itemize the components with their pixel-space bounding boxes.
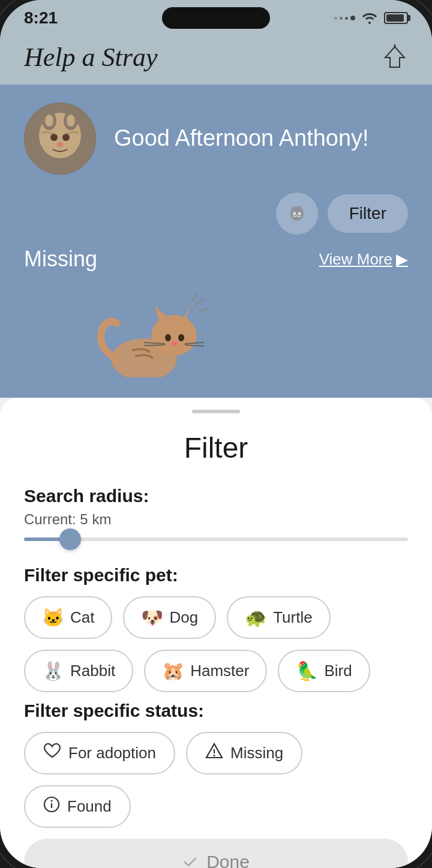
warning-icon xyxy=(205,743,223,764)
status-filter-row: For adoption Missing xyxy=(24,732,408,828)
wifi-icon xyxy=(361,12,378,24)
drag-handle xyxy=(192,410,240,413)
filter-status-section: Filter specific status: For adoption xyxy=(24,701,408,828)
checkmark-icon xyxy=(182,854,198,868)
status-missing-button[interactable]: Missing xyxy=(186,732,302,774)
done-button[interactable]: Done xyxy=(24,839,408,868)
pet-dog-button[interactable]: 🐶 Dog xyxy=(123,596,216,639)
svg-line-22 xyxy=(199,308,210,311)
app-header: Help a Stray xyxy=(0,36,432,85)
phone-frame: 8:21 Help a Stray xyxy=(0,0,432,868)
pet-cat-button[interactable]: 🐱 Cat xyxy=(24,596,112,639)
location-button[interactable] xyxy=(382,44,408,71)
filter-pet-section: Filter specific pet: 🐱 Cat 🐶 Dog 🐢 Turtl… xyxy=(24,565,408,692)
search-radius-section: Search radius: Current: 5 km xyxy=(24,486,408,541)
pet-hamster-button[interactable]: 🐹 Hamster xyxy=(144,650,267,692)
svg-line-21 xyxy=(195,299,204,305)
svg-line-18 xyxy=(144,345,165,346)
dynamic-island xyxy=(162,7,270,29)
filter-button[interactable]: Filter xyxy=(328,194,408,233)
svg-point-8 xyxy=(62,134,70,141)
status-bar: 8:21 xyxy=(0,0,432,36)
svg-point-11 xyxy=(298,212,301,215)
status-found-button[interactable]: Found xyxy=(24,785,131,828)
slider-container xyxy=(24,537,408,541)
pet-bird-button[interactable]: 🦜 Bird xyxy=(278,650,370,692)
app-title: Help a Stray xyxy=(24,42,157,73)
status-adoption-button[interactable]: For adoption xyxy=(24,732,175,774)
filter-pet-label: Filter specific pet: xyxy=(24,565,408,585)
svg-point-6 xyxy=(67,115,75,127)
status-time: 8:21 xyxy=(24,8,58,28)
view-more-link[interactable]: View More ▶ xyxy=(319,250,408,269)
svg-point-5 xyxy=(45,115,53,127)
svg-point-13 xyxy=(151,315,197,356)
current-km: Current: 5 km xyxy=(24,511,408,528)
search-radius-label: Search radius: xyxy=(24,486,408,506)
signal-icon xyxy=(334,16,355,20)
filter-row: Filter xyxy=(24,193,408,235)
svg-point-9 xyxy=(56,142,64,147)
svg-point-7 xyxy=(50,134,58,141)
missing-row: Missing View More ▶ xyxy=(24,247,408,272)
battery-icon xyxy=(384,12,408,24)
blue-section: Good Afternoon Anthony! Filter Miss xyxy=(0,85,432,398)
cat-illustration xyxy=(24,284,408,380)
greeting-text: Good Afternoon Anthony! xyxy=(114,124,369,153)
svg-line-23 xyxy=(192,293,198,301)
heart-icon xyxy=(43,743,61,763)
svg-point-28 xyxy=(51,800,53,802)
greeting-row: Good Afternoon Anthony! xyxy=(24,103,408,175)
svg-point-25 xyxy=(213,755,215,756)
bottom-sheet: Filter Search radius: Current: 5 km Filt… xyxy=(0,398,432,868)
svg-point-15 xyxy=(178,334,184,341)
avatar xyxy=(24,103,96,175)
sheet-title: Filter xyxy=(24,431,408,464)
svg-point-10 xyxy=(293,212,296,215)
svg-point-16 xyxy=(172,342,178,346)
greeting-message: Good Afternoon Anthony! xyxy=(114,124,369,153)
pet-filter-row: 🐱 Cat 🐶 Dog 🐢 Turtle 🐰 Rabbit 🐹 H xyxy=(24,596,408,692)
cat-filter-button[interactable] xyxy=(276,193,318,235)
status-icons xyxy=(334,12,408,24)
missing-label: Missing xyxy=(24,247,97,272)
svg-point-14 xyxy=(165,334,171,341)
info-icon xyxy=(43,796,60,817)
pet-turtle-button[interactable]: 🐢 Turtle xyxy=(227,596,331,639)
pet-rabbit-button[interactable]: 🐰 Rabbit xyxy=(24,650,133,692)
slider-track xyxy=(24,537,408,541)
filter-status-label: Filter specific status: xyxy=(24,701,408,721)
